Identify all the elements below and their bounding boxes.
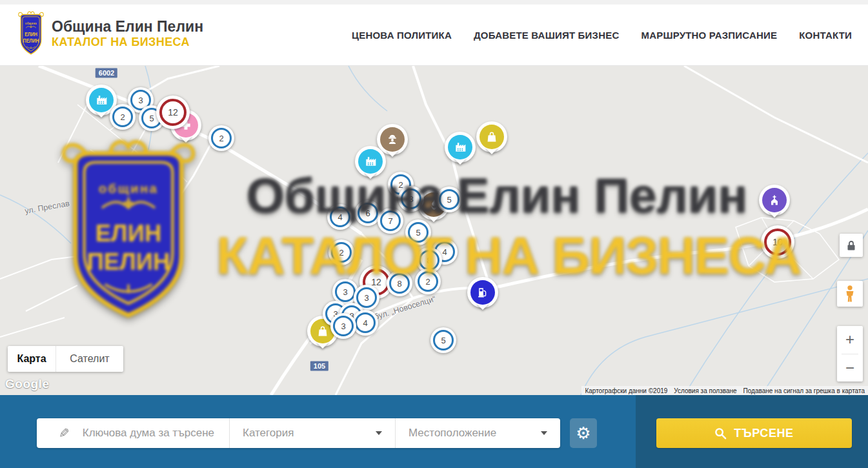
map-zoom-control: + − [837,326,863,382]
map-lock-button[interactable] [840,234,863,257]
map-attribution: Картографски данни ©2019 Условия за полз… [581,386,868,395]
factory-icon [89,88,114,112]
cluster-count: 2 [112,107,133,127]
watermark-subtitle: КАТАЛОГ НА БИЗНЕСА [216,229,774,282]
gear-icon: ⚙ [576,423,590,443]
location-select-value: Местоположение [409,427,496,440]
report-map-error-link[interactable]: Подаване на сигнал за грешка в картата [740,387,868,394]
worker-icon [380,127,405,152]
cluster-marker[interactable]: 4 [352,310,378,336]
search-icon [714,427,727,440]
location-select[interactable]: Местоположение [395,418,560,448]
factory-pin-marker[interactable] [445,132,476,163]
map-type-satellite-button[interactable]: Сателит [56,346,123,372]
category-select[interactable]: Категория [229,418,395,448]
pegman-icon [843,285,857,303]
street-view-pegman-button[interactable] [837,281,863,307]
cluster-count: 5 [433,330,454,351]
cluster-marker[interactable]: 2 [208,125,234,151]
search-fields-group: ✎ Категория Местоположение [37,418,560,448]
road-number-badge: 105 [310,361,328,371]
watermark-title: Община Елин Пелин [213,171,781,220]
road-number-badge: 6002 [96,68,117,78]
chevron-down-icon [376,431,382,435]
chevron-down-icon [541,431,547,435]
municipality-crest-icon [17,11,45,56]
shopping-bag-icon [479,125,504,149]
site-header: Община Елин Пелин КАТАЛОГ НА БИЗНЕСА ЦЕН… [0,5,868,66]
site-logo-text: Община Елин Пелин КАТАЛОГ НА БИЗНЕСА [52,18,203,48]
lock-icon [847,240,856,251]
map-type-control: Карта Сателит [8,346,123,372]
terms-of-use-link[interactable]: Условия за ползване [671,387,740,394]
site-title: Община Елин Пелин [52,18,203,35]
nav-item-route-schedule[interactable]: МАРШРУТНО РАЗПИСАНИЕ [641,30,777,41]
cluster-count: 12 [159,99,187,126]
nav-item-add-business[interactable]: ДОБАВЕТЕ ВАШИЯТ БИЗНЕС [474,30,619,41]
keyword-field-wrap: ✎ [37,418,229,448]
nav-item-pricing[interactable]: ЦЕНОВА ПОЛИТИКА [352,30,452,41]
keyword-search-input[interactable] [81,426,229,440]
pencil-icon: ✎ [59,425,70,441]
cluster-marker[interactable]: 3 [330,313,356,339]
main-nav: ЦЕНОВА ПОЛИТИКА ДОБАВЕТЕ ВАШИЯТ БИЗНЕС М… [352,5,852,66]
site-logo[interactable]: Община Елин Пелин КАТАЛОГ НА БИЗНЕСА [17,11,203,56]
church-pin-marker[interactable] [759,185,790,216]
cluster-marker[interactable]: 12 [156,96,190,129]
church-icon [762,188,787,212]
map-type-map-button[interactable]: Карта [8,346,56,372]
site-subtitle: КАТАЛОГ НА БИЗНЕСА [52,36,203,49]
nav-item-contacts[interactable]: КОНТАКТИ [799,30,852,41]
shopping-bag-pin-marker[interactable] [476,121,507,152]
cluster-marker[interactable]: 5 [430,327,456,353]
cluster-marker[interactable]: 2 [110,104,136,130]
category-select-value: Категория [243,427,294,440]
cluster-count: 4 [355,312,376,333]
google-logo[interactable]: Google [5,377,49,391]
factory-icon [448,135,472,159]
search-submit-label: ТЪРСЕНЕ [734,427,793,440]
google-map[interactable]: 325122235467524821283338435106002105ул. … [0,66,868,395]
map-data-copyright: Картографски данни ©2019 [581,387,671,394]
search-submit-button[interactable]: ТЪРСЕНЕ [656,418,852,448]
cluster-count: 2 [211,128,232,148]
page: община ЕЛИН ПЕЛИН Община Елин Пелин КАТА… [0,0,868,468]
watermark-crest [55,139,202,324]
zoom-in-button[interactable]: + [837,326,863,354]
advanced-search-button[interactable]: ⚙ [570,418,597,448]
zoom-out-button[interactable]: − [837,354,863,382]
page-top-strip [0,0,868,5]
search-bar: ✎ Категория Местоположение ⚙ ТЪРСЕНЕ [0,395,868,468]
cluster-count: 3 [333,316,354,336]
